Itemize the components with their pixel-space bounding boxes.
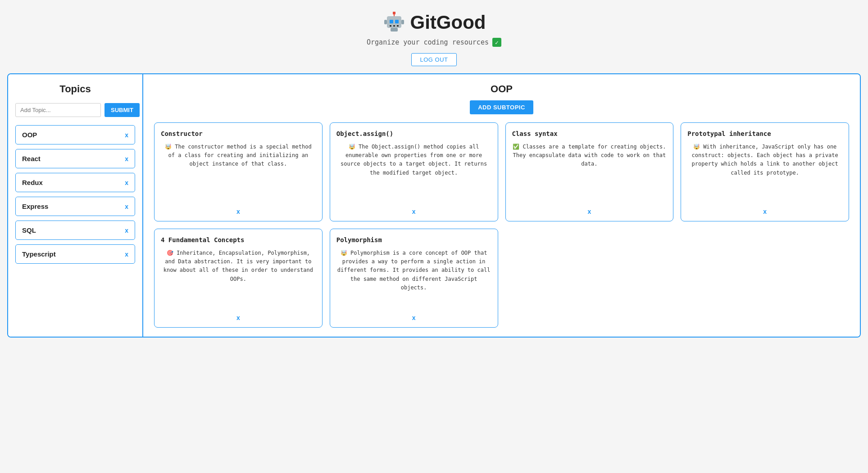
topic-remove-icon[interactable]: x	[125, 251, 128, 258]
tagline: Organize your coding resources	[0, 38, 868, 47]
header-title-row: GitGood	[0, 11, 868, 34]
card-2: Class syntax ✅ Classes are a template fo…	[505, 122, 674, 221]
submit-button[interactable]: SUBMIT	[105, 103, 140, 117]
card-remove-icon-5[interactable]: x	[412, 314, 416, 321]
card-footer-4: x	[161, 314, 316, 322]
topic-remove-icon[interactable]: x	[125, 155, 128, 162]
card-4: 4 Fundamental Concepts 🎯 Inheritance, En…	[154, 229, 323, 328]
header: GitGood Organize your coding resources L…	[0, 0, 868, 73]
svg-rect-6	[393, 25, 395, 27]
topic-label: Typescript	[22, 250, 56, 258]
robot-icon	[382, 11, 406, 34]
svg-rect-4	[395, 20, 399, 23]
svg-rect-7	[397, 25, 399, 27]
svg-rect-9	[401, 20, 404, 24]
card-title-4: 4 Fundamental Concepts	[161, 236, 316, 243]
topic-remove-icon[interactable]: x	[125, 227, 128, 234]
svg-rect-5	[390, 25, 391, 27]
card-footer-5: x	[336, 314, 491, 322]
topic-remove-icon[interactable]: x	[125, 131, 128, 139]
sidebar-item-express[interactable]: Express x	[15, 197, 135, 216]
topics-list: OOP x React x Redux x Express x SQL x Ty…	[15, 125, 135, 264]
content-title: OOP	[154, 83, 849, 95]
sidebar-title: Topics	[15, 83, 135, 95]
sidebar: Topics SUBMIT OOP x React x Redux x Expr…	[8, 74, 143, 337]
card-5: Polymorphism 🤯 Polymorphism is a core co…	[330, 229, 498, 328]
card-remove-icon-1[interactable]: x	[412, 208, 416, 215]
topic-label: Redux	[22, 179, 43, 186]
check-icon	[492, 38, 501, 47]
sidebar-item-react[interactable]: React x	[15, 149, 135, 168]
card-body-5: 🤯 Polymorphism is a core concept of OOP …	[336, 249, 491, 309]
card-remove-icon-0[interactable]: x	[236, 208, 240, 215]
sidebar-item-sql[interactable]: SQL x	[15, 221, 135, 240]
card-3: Prototypal inheritance 🤯 With inheritanc…	[681, 122, 849, 221]
card-footer-3: x	[687, 207, 842, 216]
sidebar-item-redux[interactable]: Redux x	[15, 173, 135, 192]
card-footer-1: x	[336, 207, 491, 216]
card-title-2: Class syntax	[512, 130, 667, 137]
content-header: OOP ADD SUBTOPIC	[154, 83, 849, 114]
card-body-3: 🤯 With inheritance, JavaScript only has …	[687, 143, 842, 203]
svg-rect-3	[390, 20, 393, 23]
card-remove-icon-4[interactable]: x	[236, 314, 240, 321]
sidebar-item-oop[interactable]: OOP x	[15, 125, 135, 144]
svg-rect-8	[384, 20, 387, 24]
card-body-4: 🎯 Inheritance, Encapsulation, Polymorphi…	[161, 249, 316, 309]
main-layout: Topics SUBMIT OOP x React x Redux x Expr…	[7, 73, 861, 338]
topic-label: SQL	[22, 226, 36, 234]
svg-rect-10	[391, 28, 398, 32]
card-0: Constructor 🤯 The constructor method is …	[154, 122, 323, 221]
card-footer-0: x	[161, 207, 316, 216]
svg-rect-1	[394, 14, 395, 16]
logout-button[interactable]: LOG OUT	[411, 53, 456, 66]
cards-grid: Constructor 🤯 The constructor method is …	[154, 122, 849, 328]
card-title-5: Polymorphism	[336, 236, 491, 243]
card-title-0: Constructor	[161, 130, 316, 137]
card-title-3: Prototypal inheritance	[687, 130, 842, 137]
card-footer-2: x	[512, 207, 667, 216]
card-body-0: 🤯 The constructor method is a special me…	[161, 143, 316, 203]
card-body-1: 🤯 The Object.assign() method copies all …	[336, 143, 491, 203]
sidebar-item-typescript[interactable]: Typescript x	[15, 244, 135, 264]
add-subtopic-button[interactable]: ADD SUBTOPIC	[470, 100, 533, 114]
topic-label: OOP	[22, 131, 37, 139]
topic-remove-icon[interactable]: x	[125, 179, 128, 186]
card-title-1: Object.assign()	[336, 130, 491, 137]
add-topic-row: SUBMIT	[15, 103, 135, 117]
content-area: OOP ADD SUBTOPIC Constructor 🤯 The const…	[143, 74, 860, 337]
topic-remove-icon[interactable]: x	[125, 203, 128, 210]
card-body-2: ✅ Classes are a template for creating ob…	[512, 143, 667, 203]
topic-label: React	[22, 155, 41, 162]
card-1: Object.assign() 🤯 The Object.assign() me…	[330, 122, 498, 221]
app-title: GitGood	[410, 12, 486, 33]
card-remove-icon-2[interactable]: x	[587, 208, 591, 215]
topic-label: Express	[22, 203, 48, 210]
add-topic-input[interactable]	[15, 103, 101, 117]
card-remove-icon-3[interactable]: x	[763, 208, 767, 215]
